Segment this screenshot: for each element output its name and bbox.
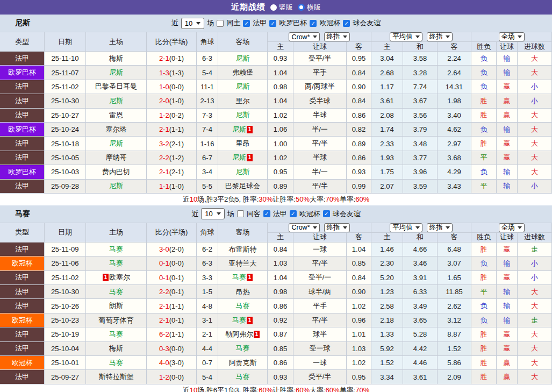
result-text: 输 bbox=[504, 181, 511, 191]
result-wdl-cell: 胜 bbox=[471, 94, 497, 108]
avg-away-cell: 2.62 bbox=[438, 299, 471, 312]
dropdown-[interactable]: 平均值 bbox=[390, 223, 422, 232]
result-handicap-cell: 输 bbox=[497, 180, 518, 193]
home-team-cell: 马赛 bbox=[86, 285, 147, 298]
type-cell: 欧罗巴杯 bbox=[0, 165, 45, 179]
same-venue-checkbox[interactable] bbox=[217, 20, 224, 27]
date-cell: 25-10-04 bbox=[45, 342, 86, 355]
league-checkbox-3[interactable]: ✓ bbox=[323, 210, 330, 217]
result-text: 大 bbox=[531, 110, 538, 120]
dropdown-[interactable]: 终指 bbox=[427, 223, 453, 232]
odds-away-cell: 0.90 bbox=[347, 285, 371, 298]
games-label: 场 bbox=[227, 209, 234, 219]
header-col-1: 类型 bbox=[0, 32, 45, 51]
yellow-card-count-badge: 1 bbox=[247, 274, 253, 281]
league-label: 球会友谊 bbox=[353, 18, 381, 28]
result-wdl-cell: 平 bbox=[471, 285, 497, 298]
home-team-cell: 摩纳哥 bbox=[86, 151, 147, 165]
league-checkbox-2[interactable]: ✓ bbox=[290, 210, 297, 217]
dropdown-[interactable]: 终指 bbox=[427, 32, 453, 41]
table-body: 法甲25-11-10梅斯2-1(0-1)6-3尼斯0.93受平/半0.953.0… bbox=[0, 52, 552, 194]
home-team-cell: 梅斯 bbox=[86, 52, 147, 65]
result-text: 输 bbox=[504, 54, 511, 63]
odds-away-cell: 0.86 bbox=[347, 109, 371, 122]
fulltime-score: 2-2 bbox=[159, 288, 169, 296]
handicap-cell: 平/半 bbox=[293, 256, 347, 270]
dropdown-Crow[interactable]: Crow* bbox=[289, 32, 319, 41]
result-text: 胜 bbox=[481, 245, 488, 254]
odds-home-cell: 0.93 bbox=[268, 370, 293, 383]
summary-segment: 让胜率: bbox=[273, 195, 296, 204]
result-goals-cell: 走 bbox=[518, 243, 552, 256]
result-goals-cell: 大 bbox=[518, 285, 552, 298]
odds-home-cell: 0.93 bbox=[268, 52, 293, 65]
result-handicap-cell: 赢 bbox=[497, 94, 518, 108]
result-handicap-cell: 输 bbox=[497, 123, 518, 136]
type-cell: 法甲 bbox=[0, 271, 45, 284]
team-name: 尼斯 bbox=[236, 110, 250, 120]
avg-home-cell: 2.18 bbox=[371, 313, 403, 327]
header-subcol-8: 让球 bbox=[497, 233, 518, 242]
dropdown-Crow[interactable]: Crow* bbox=[289, 223, 319, 232]
team-name: 朗斯 bbox=[109, 301, 123, 311]
corner-cell: 1-16 bbox=[197, 137, 218, 150]
league-checkbox-4[interactable]: ✓ bbox=[343, 20, 350, 27]
fulltime-score: 1-0 bbox=[159, 83, 169, 91]
dropdown-10[interactable]: 10 bbox=[181, 18, 204, 29]
horizontal-radio[interactable] bbox=[298, 4, 305, 11]
odds-home-cell: 0.87 bbox=[268, 327, 293, 341]
halftime-score: (0-0) bbox=[169, 83, 184, 91]
date-cell: 25-10-03 bbox=[45, 165, 86, 179]
avg-home-cell: 3.61 bbox=[371, 94, 403, 108]
dropdown-[interactable]: 全场 bbox=[499, 223, 525, 232]
result-text: 胜 bbox=[481, 372, 488, 382]
header-col-4: 比分(半场) bbox=[147, 223, 197, 242]
score-cell: 2-0(1-0) bbox=[147, 94, 197, 108]
dropdown-[interactable]: 终指 bbox=[324, 223, 350, 232]
yellow-card-count-badge: 1 bbox=[247, 126, 253, 133]
header-col-2: 日期 bbox=[45, 223, 86, 242]
league-checkbox-1[interactable]: ✓ bbox=[263, 210, 270, 217]
home-team-cell: 朗斯 bbox=[86, 299, 147, 312]
vertical-radio[interactable] bbox=[270, 4, 277, 11]
handicap-cell: 平/半 bbox=[293, 137, 347, 150]
league-checkbox-2[interactable]: ✓ bbox=[269, 20, 276, 27]
halftime-score: (0-2) bbox=[169, 111, 184, 119]
score-cell: 3-2(2-1) bbox=[147, 137, 197, 150]
dropdown-10[interactable]: 10 bbox=[201, 208, 224, 219]
away-team-cell: 尼斯 bbox=[218, 80, 268, 94]
fulltime-score: 1-2 bbox=[159, 111, 169, 119]
corner-cell: 3-1 bbox=[197, 313, 218, 327]
horizontal-radio-label: 横版 bbox=[307, 3, 321, 12]
avg-home-cell: 2.08 bbox=[371, 109, 403, 122]
avg-home-cell: 1.74 bbox=[371, 123, 403, 136]
result-text: 小 bbox=[531, 259, 538, 268]
team-name: 马赛 bbox=[109, 287, 123, 297]
handicap-cell: 球半/两 bbox=[293, 285, 347, 298]
league-checkbox-3[interactable]: ✓ bbox=[310, 20, 317, 27]
league-checkbox-1[interactable]: ✓ bbox=[243, 20, 250, 27]
dropdown-[interactable]: 终指 bbox=[324, 32, 350, 41]
home-team-cell: 尼斯 bbox=[86, 94, 147, 108]
avg-draw-cell: 3.61 bbox=[403, 370, 438, 383]
away-team-cell: 马赛 bbox=[218, 370, 268, 383]
type-cell: 欧冠杯 bbox=[0, 356, 45, 369]
result-wdl-cell: 平 bbox=[471, 180, 497, 193]
avg-draw-cell: 4.46 bbox=[403, 356, 438, 369]
score-cell: 2-1(2-1) bbox=[147, 165, 197, 179]
summary-segment: 近 bbox=[183, 195, 190, 204]
handicap-cell: 平/半 bbox=[293, 313, 347, 327]
handicap-cell: 受平/半 bbox=[293, 370, 347, 383]
dropdown-[interactable]: 平均值 bbox=[390, 32, 422, 41]
odds-home-cell: 1.04 bbox=[268, 66, 293, 79]
dropdown-[interactable]: 全场 bbox=[499, 32, 525, 41]
table-row: 法甲25-10-05摩纳哥2-2(1-2)6-7尼斯11.02半球0.861.9… bbox=[0, 151, 552, 165]
score-cell: 0-1(0-1) bbox=[147, 271, 197, 284]
type-cell: 法甲 bbox=[0, 151, 45, 165]
date-cell: 25-10-23 bbox=[45, 313, 86, 327]
team-name: 勒阿弗尔 bbox=[225, 330, 253, 339]
home-team-cell: 尼斯 bbox=[86, 137, 147, 150]
result-handicap-cell: 输 bbox=[497, 313, 518, 327]
same-venue-checkbox[interactable] bbox=[237, 210, 244, 217]
result-wdl-cell: 胜 bbox=[471, 137, 497, 150]
